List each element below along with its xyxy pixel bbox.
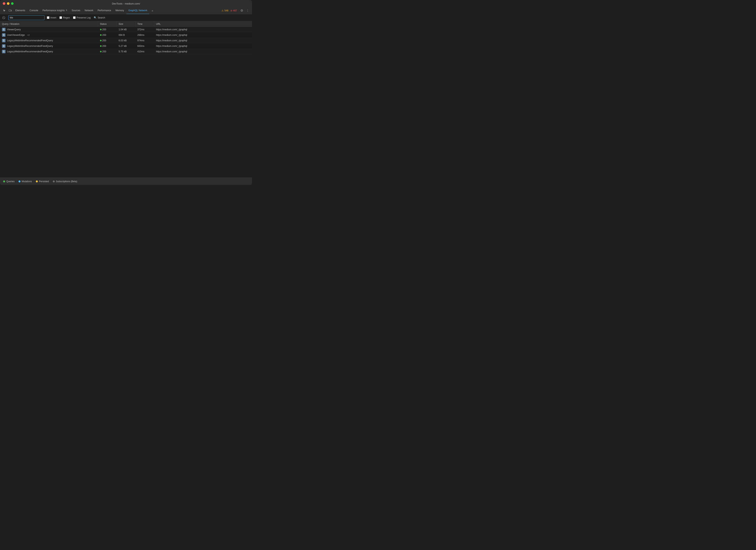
- settings-button[interactable]: ⚙: [239, 8, 245, 13]
- cell-size-1: 694 B: [117, 32, 135, 38]
- minimize-button[interactable]: [7, 2, 9, 5]
- table-body: Q ViewerQuery 200 1.04 kB 372ms https://…: [0, 27, 252, 54]
- mutations-dot: [19, 181, 20, 183]
- filter-options: Invert Regex Preserve Log 🔍 Search: [47, 16, 105, 19]
- filter-input-wrap[interactable]: [8, 15, 44, 20]
- cell-size-3: 5.27 kB: [117, 43, 135, 49]
- cell-name-3: Q LegacyWebInlineRecommendedFeedQuery: [0, 43, 98, 49]
- legend-queries[interactable]: Queries: [3, 180, 15, 183]
- col-header-status: Status: [98, 21, 117, 27]
- query-name: LegacyWebInlineRecommendedFeedQuery: [7, 39, 53, 42]
- cell-time-4: 410ms: [135, 49, 154, 54]
- table-header: Query / Mutation Status Size Time URL: [0, 21, 252, 27]
- cell-name-2: Q LegacyWebInlineRecommendedFeedQuery: [0, 38, 98, 43]
- table-row[interactable]: Q LegacyWebInlineRecommendedFeedQuery 20…: [0, 49, 252, 54]
- cell-time-2: 974ms: [135, 38, 154, 43]
- subscriptions-dot: [53, 181, 55, 183]
- status-code: 200: [102, 39, 106, 42]
- cell-url-0: https://medium.com/_/graphql: [154, 27, 252, 32]
- search-icon: 🔍: [94, 16, 97, 19]
- cell-time-1: 268ms: [135, 32, 154, 38]
- svg-rect-0: [9, 10, 11, 11]
- tab-network[interactable]: Network: [83, 7, 95, 14]
- devtools-tabs: Elements Console Performance insights ⚗ …: [0, 7, 252, 14]
- col-header-time: Time: [135, 21, 154, 27]
- traffic-lights: [3, 2, 14, 5]
- tab-graphql-network[interactable]: GraphQL Network: [126, 7, 149, 14]
- close-button[interactable]: [3, 2, 5, 5]
- cell-time-3: 683ms: [135, 43, 154, 49]
- inspect-icon[interactable]: [2, 8, 7, 13]
- tab-sources[interactable]: Sources: [70, 7, 82, 14]
- cell-status-2: 200: [98, 38, 117, 43]
- legend-subscriptions[interactable]: Subscriptions (Beta): [53, 180, 77, 183]
- window-title: DevTools - medium.com/: [112, 2, 140, 5]
- status-code: 200: [102, 45, 106, 47]
- status-dot: [100, 51, 102, 52]
- filter-input[interactable]: [10, 16, 43, 19]
- svg-rect-1: [11, 10, 12, 11]
- table-row[interactable]: Q LegacyWebInlineRecommendedFeedQuery 20…: [0, 43, 252, 49]
- cell-size-0: 1.04 kB: [117, 27, 135, 32]
- filter-bar: Invert Regex Preserve Log 🔍 Search: [0, 14, 252, 21]
- preserve-log-checkbox[interactable]: Preserve Log: [73, 16, 91, 19]
- warning-icon: ⚠: [221, 9, 224, 12]
- maximize-button[interactable]: [11, 2, 14, 5]
- cell-name-4: Q LegacyWebInlineRecommendedFeedQuery: [0, 49, 98, 54]
- cell-status-3: 200: [98, 43, 117, 49]
- device-icon[interactable]: [7, 8, 13, 13]
- regex-checkbox[interactable]: Regex: [59, 16, 70, 19]
- tab-memory[interactable]: Memory: [114, 7, 126, 14]
- clear-filter-button[interactable]: [2, 16, 6, 20]
- status-dot: [100, 45, 102, 47]
- query-type-badge: Q: [2, 28, 6, 31]
- query-name: LegacyWebInlineRecommendedFeedQuery: [7, 50, 53, 53]
- query-type-badge: Q: [2, 33, 6, 37]
- cell-status-1: 200: [98, 32, 117, 38]
- cell-size-4: 5.75 kB: [117, 49, 135, 54]
- query-name: UserViewerEdge: [7, 34, 25, 36]
- bottom-bar: Queries Mutations Persisted Subscription…: [0, 178, 252, 185]
- search-button[interactable]: 🔍 Search: [94, 16, 105, 19]
- table-row[interactable]: Q LegacyWebInlineRecommendedFeedQuery 20…: [0, 38, 252, 43]
- status-dot: [100, 40, 102, 41]
- cell-url-1: https://medium.com/_/graphql: [154, 32, 252, 38]
- legend-mutations[interactable]: Mutations: [19, 180, 32, 183]
- cell-url-2: https://medium.com/_/graphql: [154, 38, 252, 43]
- tab-elements[interactable]: Elements: [13, 7, 27, 14]
- status-code: 200: [102, 28, 106, 31]
- tab-console[interactable]: Console: [28, 7, 40, 14]
- warning-count[interactable]: ⚠ 548: [221, 9, 228, 12]
- extra-badge: +2: [27, 34, 30, 36]
- status-dot: [100, 29, 102, 30]
- error-count[interactable]: ⊘ 487: [230, 9, 237, 12]
- persisted-dot: [36, 181, 38, 183]
- more-options-button[interactable]: ⋮: [245, 8, 250, 13]
- more-tabs-button[interactable]: »: [150, 8, 155, 13]
- col-header-url: URL: [154, 21, 252, 27]
- legend-persisted[interactable]: Persisted: [36, 180, 49, 183]
- table-row[interactable]: Q ViewerQuery 200 1.04 kB 372ms https://…: [0, 27, 252, 32]
- cell-url-4: https://medium.com/_/graphql: [154, 49, 252, 54]
- cell-url-3: https://medium.com/_/graphql: [154, 43, 252, 49]
- invert-checkbox[interactable]: Invert: [47, 16, 56, 19]
- title-bar: DevTools - medium.com/: [0, 0, 252, 7]
- queries-dot: [3, 181, 5, 183]
- cell-status-4: 200: [98, 49, 117, 54]
- table-row[interactable]: Q UserViewerEdge +2 200 694 B 268ms http…: [0, 32, 252, 38]
- status-code: 200: [102, 34, 106, 36]
- col-header-query-mutation: Query / Mutation: [0, 21, 98, 27]
- cell-time-0: 372ms: [135, 27, 154, 32]
- svg-line-3: [3, 17, 4, 18]
- cell-size-2: 6.03 kB: [117, 38, 135, 43]
- query-name: LegacyWebInlineRecommendedFeedQuery: [7, 45, 53, 47]
- query-type-badge: Q: [2, 39, 6, 42]
- tab-performance[interactable]: Performance: [96, 7, 113, 14]
- tab-performance-insights[interactable]: Performance insights ⚗: [41, 7, 69, 14]
- query-type-badge: Q: [2, 44, 6, 48]
- status-dot: [100, 34, 102, 36]
- cell-name-1: Q UserViewerEdge +2: [0, 32, 98, 38]
- error-icon: ⊘: [230, 9, 232, 12]
- flask-icon: ⚗: [66, 9, 67, 11]
- status-code: 200: [102, 50, 106, 53]
